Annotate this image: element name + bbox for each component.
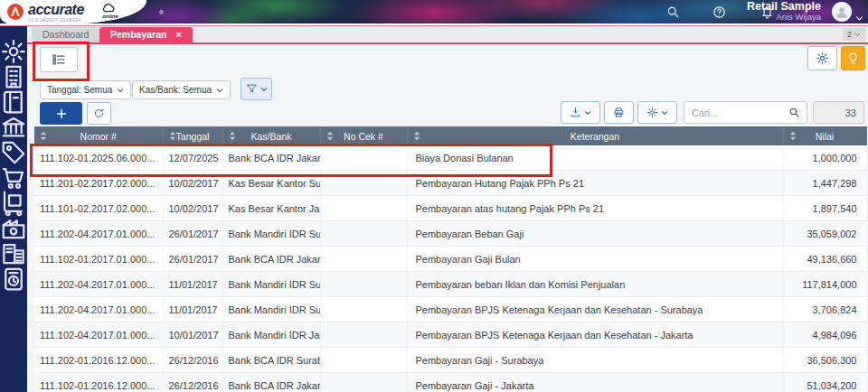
search-input[interactable] xyxy=(684,107,788,118)
user-name: Anis Wijaya xyxy=(747,13,821,22)
sidebar-item-tax-document[interactable] xyxy=(0,266,27,292)
inventory-trolley-icon xyxy=(0,190,27,217)
refresh-button[interactable] xyxy=(87,102,111,125)
column-label: Nilai xyxy=(816,131,834,142)
cell-nomor: 111.101-02.2017.02.000... xyxy=(34,196,163,221)
lightbulb-icon xyxy=(846,51,860,65)
cell-nilai: 4,984,096 xyxy=(783,322,866,348)
filter-button[interactable] xyxy=(241,78,272,100)
cell-keterangan: Pembayaran atas hutang Pajak PPh Ps 21 xyxy=(407,196,783,221)
cell-tanggal: 26/12/2016 xyxy=(163,348,222,373)
sidebar-nav xyxy=(0,39,27,292)
cell-kas-bank: Kas Besar Kantor Surab... xyxy=(222,171,320,196)
sidebar-item-purchase-tag[interactable] xyxy=(0,140,27,165)
sort-icon[interactable] xyxy=(168,131,177,141)
printer-icon xyxy=(613,107,625,118)
list-view-button[interactable] xyxy=(40,47,78,72)
add-payment-button[interactable] xyxy=(40,102,82,125)
sidebar-item-cash-bank[interactable] xyxy=(0,115,27,140)
cell-kas-bank: Bank Mandiri IDR Jakart... xyxy=(222,322,320,348)
sidebar-item-inventory-trolley[interactable] xyxy=(0,191,27,216)
cash-bank-icon xyxy=(0,114,27,141)
cell-nomor: 111.201-02.2017.02.000... xyxy=(34,171,163,196)
table-row[interactable]: 111.102-01.2016.12.000...26/12/2016Bank … xyxy=(34,373,866,392)
cell-keterangan: Pembayaran Hutang Pajak PPh Ps 21 xyxy=(407,171,783,196)
cell-nilai: 51,034,200 xyxy=(783,373,866,392)
list-icon xyxy=(52,52,66,67)
sidebar-item-sales-cart[interactable] xyxy=(0,165,27,191)
cell-tanggal: 26/12/2016 xyxy=(163,373,222,392)
cell-tanggal: 10/02/2017 xyxy=(163,196,222,221)
ledger-calculator-icon xyxy=(0,240,27,267)
table-settings-button[interactable] xyxy=(637,101,677,124)
sidebar-item-ledger-calculator[interactable] xyxy=(0,241,27,266)
plus-icon xyxy=(55,107,68,120)
sort-icon[interactable] xyxy=(39,131,48,141)
download-icon xyxy=(570,107,581,118)
column-header-tanggal[interactable]: Tanggal xyxy=(163,126,222,145)
sort-icon[interactable] xyxy=(788,131,797,141)
print-button[interactable] xyxy=(604,101,634,124)
sort-icon[interactable] xyxy=(228,131,237,141)
sort-icon[interactable] xyxy=(326,131,335,141)
sidebar-item-company-building[interactable] xyxy=(0,64,27,89)
cell-tanggal: 10/02/2017 xyxy=(163,171,222,196)
cell-keterangan: Pembayaran Gaji - Jakarta xyxy=(407,373,783,392)
cell-nilai: 3,706,824 xyxy=(783,297,866,322)
magnifier-icon[interactable] xyxy=(788,107,800,118)
export-button[interactable] xyxy=(561,101,600,124)
cell-nomor: 111.102-04.2017.01.000... xyxy=(34,322,163,348)
cell-nomor: 111.102-01.2017.01.000... xyxy=(34,247,163,272)
tab-overflow-counter[interactable]: 2 xyxy=(843,28,865,41)
filter-chip-kas-bank[interactable]: Kas/Bank: Semua xyxy=(132,80,231,99)
cell-no-cek xyxy=(320,145,407,171)
column-header-keterangan[interactable]: Keterangan xyxy=(407,126,783,145)
company-building-icon xyxy=(0,63,27,90)
sort-icon[interactable] xyxy=(412,131,421,141)
table-row[interactable]: 111.202-04.2017.01.000...26/01/2017Bank … xyxy=(34,221,866,247)
account-chevron-down-icon[interactable] xyxy=(855,9,863,15)
chevron-down-icon xyxy=(117,88,124,93)
cell-nomor: 111.102-01.2016.12.000... xyxy=(34,373,163,392)
chevron-down-icon xyxy=(854,33,861,37)
column-header-no-cek[interactable]: No Cek # xyxy=(320,126,407,145)
tips-button[interactable] xyxy=(841,46,865,70)
column-header-kas-bank[interactable]: Kas/Bank xyxy=(222,126,320,145)
table-row[interactable]: 111.202-04.2017.01.000...11/01/2017Bank … xyxy=(34,297,866,322)
cell-tanggal: 26/01/2017 xyxy=(163,247,222,272)
brand-name: accurate xyxy=(28,2,84,18)
tab-label: Pembayaran xyxy=(110,29,166,40)
chevron-down-icon xyxy=(661,110,668,116)
chevron-down-icon xyxy=(216,88,223,93)
column-header-nilai[interactable]: Nilai xyxy=(783,126,866,145)
table-row[interactable]: 111.101-02.2017.02.000...10/02/2017Kas B… xyxy=(34,196,866,221)
cell-keterangan: Pembayaran Beban Gaji xyxy=(407,221,783,247)
table-row[interactable]: 111.201-02.2017.02.000...10/02/2017Kas B… xyxy=(34,171,866,196)
sidebar-item-journal-book[interactable] xyxy=(0,89,27,115)
filter-chip-label: Kas/Bank: Semua xyxy=(139,85,212,95)
table-row[interactable]: 111.102-01.2017.01.000...26/01/2017Bank … xyxy=(34,247,866,272)
table-body: 111.102-01.2025.06.000...12/07/2025Bank … xyxy=(34,145,866,392)
payments-table: Nomor #TanggalKas/BankNo Cek #Keterangan… xyxy=(34,126,866,392)
column-header-nomor[interactable]: Nomor # xyxy=(34,126,163,145)
tab-dashboard[interactable]: Dashboard xyxy=(32,27,99,42)
avatar[interactable] xyxy=(832,2,852,22)
cell-no-cek xyxy=(320,322,407,348)
table-row[interactable]: 111.202-01.2016.12.000...26/12/2016Bank … xyxy=(34,348,866,373)
sidebar-item-manufacture-factory[interactable] xyxy=(0,216,27,241)
table-row[interactable]: 111.202-04.2017.01.000...11/01/2017Bank … xyxy=(34,272,866,297)
cell-no-cek xyxy=(320,373,407,392)
search-icon[interactable] xyxy=(666,5,680,19)
settings-button[interactable] xyxy=(807,46,837,70)
tab-close-icon[interactable]: × xyxy=(175,29,181,40)
sidebar-item-settings-gear[interactable] xyxy=(0,39,27,64)
filter-chip-tanggal[interactable]: Tanggal: Semua xyxy=(40,80,131,99)
table-row[interactable]: 111.102-04.2017.01.000...10/01/2017Bank … xyxy=(34,322,866,348)
cell-no-cek xyxy=(320,196,407,221)
help-icon[interactable] xyxy=(712,5,726,19)
tab-pembayaran[interactable]: Pembayaran× xyxy=(99,27,193,42)
funnel-icon xyxy=(246,83,258,95)
cell-kas-bank: Bank BCA IDR Jakarta (0... xyxy=(222,145,320,171)
table-row[interactable]: 111.102-01.2025.06.000...12/07/2025Bank … xyxy=(34,145,866,171)
cell-nilai: 1,447,298 xyxy=(783,171,866,196)
